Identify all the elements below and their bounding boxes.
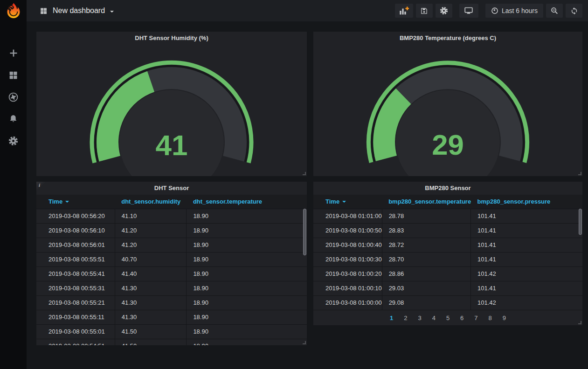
table-cell: 41.10 <box>115 209 187 223</box>
table-cell: 2019-03-08 00:55:21 <box>36 295 115 310</box>
dashboard-title-menu[interactable]: New dashboard <box>40 0 114 21</box>
table-row: 2019-03-08 00:55:5140.7018.90 <box>36 252 307 266</box>
sidebar-item-explore[interactable] <box>0 91 27 102</box>
zoom-out-button[interactable] <box>546 4 563 18</box>
table-cell: 2019-03-08 01:00:20 <box>313 266 382 281</box>
table-cell: 41.40 <box>115 266 187 281</box>
table-row: 2019-03-08 00:55:2141.3018.90 <box>36 295 307 310</box>
table-row: 2019-03-08 01:00:5028.83101.41 <box>313 223 582 238</box>
table-cell: 28.86 <box>382 266 470 281</box>
add-panel-button[interactable] <box>395 4 413 18</box>
dashboard-grid: DHT Sensor Humidity (%) 41 BMP280 Temper… <box>27 21 588 369</box>
caret-down-icon <box>110 11 114 13</box>
panel-dht-table: i DHT Sensor Timedht_sensor.humiditydht_… <box>36 182 307 345</box>
table-row: 2019-03-08 00:56:2041.1018.90 <box>36 209 307 223</box>
table-cell: 18.90 <box>187 252 307 266</box>
clock-icon <box>491 7 498 14</box>
table-cell: 101.42 <box>471 266 582 281</box>
panel-resize-handle[interactable] <box>578 321 581 324</box>
dashboard-settings-button[interactable] <box>436 4 452 18</box>
panel-row-tables: i DHT Sensor Timedht_sensor.humiditydht_… <box>36 182 582 345</box>
table-cell: 18.90 <box>187 281 307 295</box>
time-range-picker[interactable]: Last 6 hours <box>485 4 543 18</box>
page-5[interactable]: 5 <box>446 314 450 321</box>
table-row: 2019-03-08 00:55:0141.5018.90 <box>36 324 307 339</box>
column-header-dht-sensor-humidity[interactable]: dht_sensor.humidity <box>115 195 187 209</box>
table-cell: 41.30 <box>115 295 187 310</box>
sidebar-item-configuration[interactable] <box>0 135 27 146</box>
sidebar-item-create[interactable] <box>0 48 27 59</box>
table-row: 2019-03-08 01:00:2028.86101.42 <box>313 266 582 281</box>
column-header-bmp280-sensor-pressure[interactable]: bmp280_sensor.pressure <box>471 195 582 209</box>
table-cell: 18.90 <box>187 339 307 345</box>
table-cell: 29.03 <box>382 281 470 295</box>
table-scrollbar[interactable] <box>579 209 582 235</box>
table-row: 2019-03-08 01:00:3028.70101.41 <box>313 252 582 266</box>
table-cell: 2019-03-08 01:00:00 <box>313 295 382 310</box>
table-row: 2019-03-08 00:56:0141.2018.90 <box>36 238 307 252</box>
panel-resize-handle[interactable] <box>578 172 581 175</box>
column-header-dht-sensor-temperature[interactable]: dht_sensor.temperature <box>187 195 307 209</box>
sidebar-item-alerting[interactable] <box>0 113 27 124</box>
sidebar-nav <box>0 21 27 146</box>
table-row: 2019-03-08 00:56:1041.2018.90 <box>36 223 307 238</box>
dashboard-grid-icon <box>40 7 48 15</box>
page-1[interactable]: 1 <box>390 314 393 321</box>
gauge-chart: 29 <box>313 45 582 176</box>
table-header-row: Timedht_sensor.humiditydht_sensor.temper… <box>36 195 307 209</box>
cycle-view-button[interactable] <box>459 4 478 18</box>
sidebar-item-dashboards[interactable] <box>0 69 27 81</box>
gauge-value: 41 <box>156 129 188 161</box>
column-header-time[interactable]: Time <box>313 195 382 209</box>
panel-resize-handle[interactable] <box>303 172 306 175</box>
panel-title[interactable]: DHT Sensor <box>36 182 307 195</box>
grafana-logo[interactable] <box>0 0 27 21</box>
page-4[interactable]: 4 <box>432 314 436 321</box>
table-cell: 101.41 <box>471 252 582 266</box>
table-row: 2019-03-08 00:55:3141.3018.90 <box>36 281 307 295</box>
panel-bmp280-table: BMP280 Sensor Timebmp280_sensor.temperat… <box>313 182 582 325</box>
panel-dht-humidity-gauge: DHT Sensor Humidity (%) 41 <box>36 32 307 176</box>
refresh-icon <box>570 7 578 15</box>
table-cell: 2019-03-08 00:54:51 <box>36 339 115 345</box>
page-6[interactable]: 6 <box>460 314 463 321</box>
table-row: 2019-03-08 00:55:4141.4018.90 <box>36 266 307 281</box>
panel-row-gauges: DHT Sensor Humidity (%) 41 BMP280 Temper… <box>36 32 582 176</box>
navbar-toolbar: Last 6 hours <box>395 4 582 18</box>
table-cell: 18.90 <box>187 238 307 252</box>
table-cell: 2019-03-08 00:55:01 <box>36 324 115 339</box>
save-dashboard-button[interactable] <box>416 4 433 18</box>
sort-desc-caret-icon <box>342 201 346 203</box>
dht-sensor-table: Timedht_sensor.humiditydht_sensor.temper… <box>36 195 307 345</box>
table-cell: 41.20 <box>115 238 187 252</box>
table-cell: 2019-03-08 01:00:50 <box>313 223 382 238</box>
panel-bmp280-temperature-gauge: BMP280 Temperature (degrees C) 29 <box>313 32 582 176</box>
table-cell: 18.90 <box>187 223 307 238</box>
table-cell: 101.41 <box>471 238 582 252</box>
table-row: 2019-03-08 01:01:0028.78101.41 <box>313 209 582 223</box>
panel-resize-handle[interactable] <box>303 341 306 344</box>
page-2[interactable]: 2 <box>404 314 407 321</box>
table-cell: 41.50 <box>115 324 187 339</box>
page-8[interactable]: 8 <box>489 314 492 321</box>
table-cell: 41.30 <box>115 310 187 324</box>
page-3[interactable]: 3 <box>418 314 421 321</box>
page-7[interactable]: 7 <box>474 314 477 321</box>
cycle-view-monitor-icon <box>464 7 473 15</box>
column-header-time[interactable]: Time <box>36 195 115 209</box>
refresh-button[interactable] <box>566 4 582 18</box>
panel-info-icon[interactable]: i <box>36 182 45 190</box>
panel-title[interactable]: BMP280 Sensor <box>313 182 582 195</box>
table-cell: 28.72 <box>382 238 470 252</box>
column-header-bmp280-sensor-temperature[interactable]: bmp280_sensor.temperature <box>382 195 470 209</box>
table-cell: 2019-03-08 00:55:51 <box>36 252 115 266</box>
alerting-bell-icon <box>8 114 18 124</box>
table-row: 2019-03-08 00:54:5141.5018.90 <box>36 339 307 345</box>
panel-title[interactable]: DHT Sensor Humidity (%) <box>36 32 307 45</box>
dashboard-title: New dashboard <box>53 7 105 15</box>
panel-title[interactable]: BMP280 Temperature (degrees C) <box>313 32 582 45</box>
table-scrollbar[interactable] <box>303 209 306 255</box>
gauge-value: 29 <box>432 129 464 161</box>
page-9[interactable]: 9 <box>503 314 506 321</box>
configuration-gear-icon <box>8 136 18 146</box>
